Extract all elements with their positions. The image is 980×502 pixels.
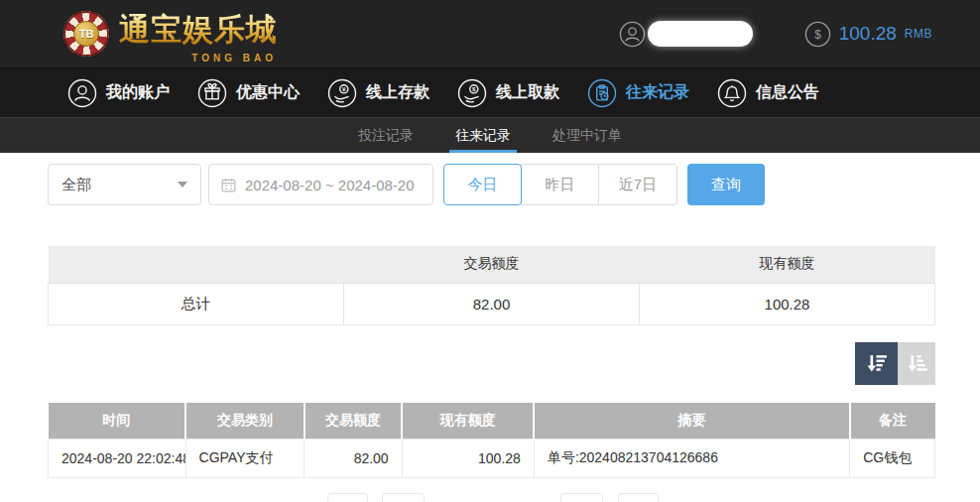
filter-row: 全部 2024-08-20 ~ 2024-08-20 今日 昨日 近7日 [48,164,935,205]
nav-item-my-account[interactable]: 我的账户 [67,78,170,108]
sort-amount-asc-icon [905,351,929,376]
cell-amount: 82.00 [305,439,402,478]
tab-transaction-records[interactable]: 往来记录 [449,118,517,153]
sub-nav: 投注记录 往来记录 处理中订单 [0,117,980,153]
pager-next-button[interactable] [560,493,603,502]
summary-header-row: 交易额度 现有额度 [49,246,935,283]
nav-label: 线上存款 [366,82,429,103]
balance[interactable]: $ 100.28 RMB [804,21,932,48]
page: TB 通宝娱乐城 TONG BAO $ 100. [0,0,980,502]
nav-item-transaction-records[interactable]: 往来记录 [587,78,689,108]
svg-text:$: $ [472,85,476,92]
transaction-records-icon [587,78,617,108]
chip-monogram: TB [73,21,99,47]
nav-label: 线上取款 [496,82,559,103]
svg-text:¥: ¥ [342,85,346,92]
content: 全部 2024-08-20 ~ 2024-08-20 今日 昨日 近7日 [0,153,980,478]
brand-title: 通宝娱乐城 TONG BAO [119,9,278,59]
gift-icon [197,78,227,108]
nav-label: 信息公告 [756,82,819,103]
nav-label: 优惠中心 [236,82,300,103]
quick-range-group: 今日 昨日 近7日 [443,164,677,205]
nav-item-withdraw[interactable]: $ 线上取款 [457,78,559,108]
summary-current-balance: 100.28 [640,283,935,324]
summary-header-current-balance: 现有额度 [640,246,935,283]
nav-label: 往来记录 [626,82,689,103]
sort-descending-button[interactable] [855,342,898,385]
user-icon [619,21,646,48]
tab-betting-records[interactable]: 投注记录 [352,118,420,153]
pager-last-button[interactable] [618,493,659,502]
user-account[interactable] [619,21,753,48]
type-select[interactable]: 全部 [48,164,201,205]
bell-icon [717,78,747,108]
col-header-amount: 交易额度 [305,403,402,439]
nav-item-deposit[interactable]: ¥ 线上存款 [327,78,429,108]
summary-trade-amount: 82.00 [344,283,640,324]
date-range-value: 2024-08-20 ~ 2024-08-20 [245,177,415,193]
col-header-note: 备注 [850,403,935,439]
table-row: 2024-08-20 22:02:48 CGPAY支付 82.00 100.28… [49,439,935,478]
summary-total-label: 总计 [49,283,344,324]
tab-pending-orders[interactable]: 处理中订单 [547,118,628,153]
cell-type: CGPAY支付 [185,439,305,478]
range-last7days-button[interactable]: 近7日 [598,164,677,205]
sort-controls [48,342,935,385]
sort-amount-desc-icon [864,351,889,376]
withdraw-hand-dollar-icon: $ [457,78,487,108]
records-header-row: 时间 交易类别 交易额度 现有额度 摘要 备注 [49,403,935,439]
brand-logo[interactable]: TB 通宝娱乐城 TONG BAO [63,9,278,59]
cell-balance: 100.28 [402,439,534,478]
nav-item-announcements[interactable]: 信息公告 [717,78,819,108]
query-button[interactable]: 查询 [687,164,765,205]
dollar-icon: $ [804,21,831,48]
caret-down-icon [178,182,187,188]
pager-prev-button[interactable] [382,493,425,502]
calendar-icon [220,177,237,193]
type-select-value: 全部 [61,176,91,194]
col-header-balance: 现有额度 [402,403,534,439]
svg-text:$: $ [814,27,821,41]
range-yesterday-button[interactable]: 昨日 [521,164,599,205]
nav-item-promotions[interactable]: 优惠中心 [197,78,300,108]
summary-header-trade-amount: 交易额度 [344,246,640,283]
cell-time: 2024-08-20 22:02:48 [49,439,186,478]
brand-title-cn: 通宝娱乐城 [119,12,278,47]
username-redacted [648,21,753,47]
pager-first-button[interactable] [327,493,368,502]
summary-total-row: 总计 82.00 100.28 [49,283,935,324]
col-header-type: 交易类别 [185,403,305,439]
cell-note: CG钱包 [850,439,935,478]
balance-currency: RMB [905,27,932,41]
main-nav: 我的账户 优惠中心 ¥ 线上存款 [0,67,980,117]
col-header-summary: 摘要 [534,403,849,439]
topbar-right: $ 100.28 RMB [619,21,932,48]
deposit-hand-coin-icon: ¥ [327,78,357,108]
brand-title-en: TONG BAO [191,53,277,63]
summary-table: 交易额度 现有额度 总计 82.00 100.28 [48,246,935,325]
summary-header-empty [49,246,344,283]
col-header-time: 时间 [49,403,186,439]
top-header: TB 通宝娱乐城 TONG BAO $ 100. [0,0,980,67]
subtab-label: 处理中订单 [552,127,622,145]
range-today-button[interactable]: 今日 [443,164,522,205]
subtab-label: 往来记录 [455,127,511,145]
sort-ascending-button[interactable] [898,342,935,385]
balance-amount: 100.28 [839,23,897,45]
records-table: 时间 交易类别 交易额度 现有额度 摘要 备注 2024-08-20 22:02… [48,403,935,479]
casino-chip-icon: TB [63,11,109,57]
nav-label: 我的账户 [106,82,170,103]
cell-summary: 单号:202408213704126686 [534,439,849,478]
user-circle-icon [67,78,97,108]
subtab-label: 投注记录 [358,127,414,145]
date-range-input[interactable]: 2024-08-20 ~ 2024-08-20 [208,164,433,205]
